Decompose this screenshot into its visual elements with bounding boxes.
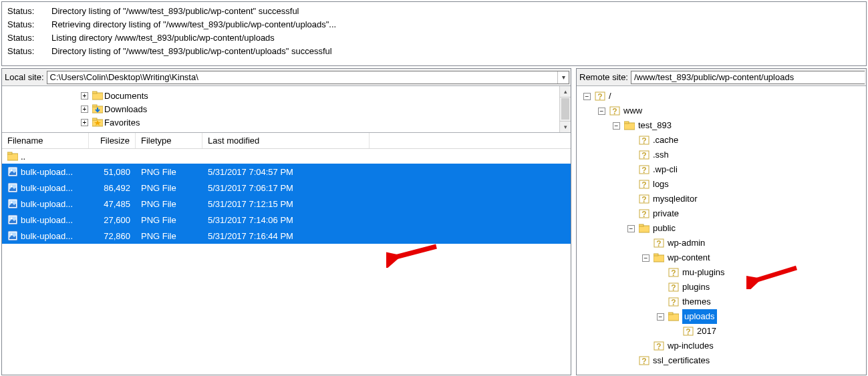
expand-icon[interactable]: −: [657, 313, 664, 321]
remote-tree-label: mu-plugins: [682, 265, 725, 280]
remote-tree-item[interactable]: ?ssl_certificates: [578, 353, 865, 368]
scroll-thumb[interactable]: [561, 98, 569, 120]
svg-text:?: ?: [671, 283, 676, 293]
file-type: PNG File: [136, 199, 202, 209]
folder-icon: [7, 152, 18, 161]
remote-tree-label: www: [623, 104, 642, 118]
remote-tree-item[interactable]: ?2017: [578, 324, 865, 339]
svg-text:?: ?: [671, 298, 676, 307]
parent-dir-row[interactable]: ..: [2, 149, 571, 164]
unknown-folder-icon: ?: [639, 194, 649, 204]
expand-icon[interactable]: −: [613, 122, 620, 130]
tree-item-downloads[interactable]: + Downloads: [2, 102, 571, 116]
remote-tree-item[interactable]: −wp-content: [578, 250, 865, 265]
expand-icon[interactable]: −: [583, 93, 591, 100]
remote-tree-item[interactable]: ?themes: [578, 295, 865, 309]
expand-icon[interactable]: −: [642, 254, 649, 262]
status-row: Status: Directory listing of "/www/test_…: [7, 5, 861, 18]
expand-icon[interactable]: +: [81, 92, 88, 100]
unknown-folder-icon: ?: [639, 355, 649, 366]
remote-tree-label: themes: [682, 295, 711, 309]
remote-tree-item[interactable]: −test_893: [578, 118, 865, 133]
status-message: Directory listing of "/www/test_893/publ…: [51, 5, 299, 18]
remote-tree-item[interactable]: ?wp-includes: [578, 339, 865, 353]
unknown-folder-icon: ?: [639, 135, 649, 146]
file-size: 86,492: [89, 183, 136, 193]
header-filetype[interactable]: Filetype: [136, 133, 202, 148]
remote-tree-item[interactable]: −?/: [578, 89, 865, 104]
file-name: bulk-upload...: [21, 215, 73, 225]
svg-point-22: [11, 234, 13, 236]
remote-tree-item[interactable]: ?.cache: [578, 133, 865, 148]
remote-path-combo[interactable]: [631, 71, 865, 84]
expand-icon[interactable]: +: [81, 119, 88, 126]
svg-point-19: [11, 218, 13, 220]
remote-tree-label: logs: [653, 177, 669, 192]
status-row: Status: Directory listing of "/www/test_…: [7, 45, 861, 58]
status-label: Status:: [7, 5, 51, 18]
svg-line-23: [393, 246, 436, 258]
scrollbar[interactable]: ▴ ▾: [559, 86, 571, 132]
local-file-list[interactable]: .. bulk-upload...51,080PNG File5/31/2017…: [2, 149, 571, 375]
file-type: PNG File: [136, 215, 202, 225]
local-dir-tree[interactable]: + Documents + Downloads +: [2, 86, 571, 133]
svg-text:?: ?: [641, 151, 646, 160]
remote-tree-item[interactable]: ?logs: [578, 177, 865, 192]
file-modified: 5/31/2017 7:12:15 PM: [202, 199, 370, 209]
remote-tree-item[interactable]: ?mysqleditor: [578, 192, 865, 206]
expand-icon[interactable]: +: [81, 106, 88, 113]
folder-icon: [639, 224, 649, 233]
remote-tree-item[interactable]: ?mu-plugins: [578, 265, 865, 280]
unknown-folder-icon: ?: [639, 164, 649, 175]
scroll-up-icon[interactable]: ▴: [560, 86, 571, 98]
svg-text:?: ?: [641, 180, 646, 190]
remote-tree-item[interactable]: ?private: [578, 206, 865, 221]
file-row[interactable]: bulk-upload...47,485PNG File5/31/2017 7:…: [2, 196, 571, 212]
remote-tree-item[interactable]: ?wp-admin: [578, 236, 865, 250]
remote-tree-label: 2017: [697, 324, 716, 339]
image-file-icon: [7, 214, 18, 225]
remote-tree-item[interactable]: ?.ssh: [578, 148, 865, 162]
dropdown-icon[interactable]: ▾: [557, 71, 569, 83]
svg-point-10: [11, 170, 13, 172]
file-row[interactable]: bulk-upload...27,600PNG File5/31/2017 7:…: [2, 212, 571, 228]
file-row[interactable]: bulk-upload...72,860PNG File5/31/2017 7:…: [2, 228, 571, 244]
local-path-input[interactable]: [50, 71, 557, 83]
remote-path-input[interactable]: [634, 71, 865, 83]
header-lastmodified[interactable]: Last modified: [202, 133, 370, 148]
tree-item-favorites[interactable]: + Favorites: [2, 116, 571, 129]
file-modified: 5/31/2017 7:14:06 PM: [202, 215, 370, 225]
unknown-folder-icon: ?: [609, 106, 620, 116]
remote-tree-item[interactable]: −public: [578, 221, 865, 236]
local-pane: Local site: ▾ + Documents +: [1, 68, 571, 375]
remote-tree-item[interactable]: −uploads: [578, 309, 865, 324]
remote-dir-tree[interactable]: −?/−?www−test_893?.cache?.ssh?.wp-cli?lo…: [577, 86, 866, 375]
tree-item-documents[interactable]: + Documents: [2, 89, 571, 102]
remote-tree-label: wp-includes: [668, 339, 714, 353]
local-path-combo[interactable]: ▾: [47, 71, 569, 84]
file-row[interactable]: bulk-upload...51,080PNG File5/31/2017 7:…: [2, 164, 571, 180]
downloads-folder-icon: [92, 104, 103, 114]
tree-item-label: Downloads: [104, 104, 147, 114]
unknown-folder-icon: ?: [654, 238, 664, 248]
file-modified: 5/31/2017 7:06:17 PM: [202, 183, 370, 193]
status-message: Listing directory /www/test_893/public/w…: [51, 31, 275, 45]
status-label: Status:: [7, 45, 51, 58]
remote-tree-label: .wp-cli: [653, 162, 678, 177]
remote-tree-label: wp-admin: [668, 236, 705, 250]
svg-text:?: ?: [641, 210, 646, 219]
unknown-folder-icon: ?: [639, 179, 649, 190]
expand-icon[interactable]: −: [627, 225, 635, 232]
scroll-down-icon[interactable]: ▾: [560, 121, 571, 132]
remote-tree-item[interactable]: −?www: [578, 104, 865, 118]
header-filesize[interactable]: Filesize: [89, 133, 136, 148]
file-row[interactable]: bulk-upload...86,492PNG File5/31/2017 7:…: [2, 180, 571, 196]
expand-icon[interactable]: −: [598, 108, 605, 115]
folder-icon: [624, 121, 635, 130]
file-size: 72,860: [89, 231, 136, 241]
header-filename[interactable]: Filename: [2, 133, 89, 148]
image-file-icon: [7, 182, 18, 193]
remote-tree-item[interactable]: ?plugins: [578, 280, 865, 295]
remote-tree-item[interactable]: ?.wp-cli: [578, 162, 865, 177]
file-modified: 5/31/2017 7:16:44 PM: [202, 231, 370, 241]
